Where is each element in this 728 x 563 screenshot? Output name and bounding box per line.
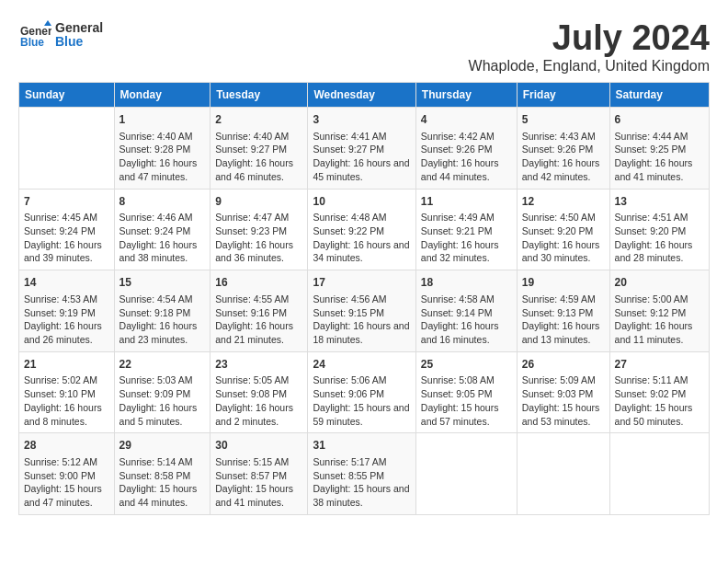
day-cell: 1Sunrise: 4:40 AMSunset: 9:28 PMDaylight…	[114, 108, 210, 190]
page-title: July 2024	[469, 18, 710, 58]
day-info: Sunrise: 4:41 AMSunset: 9:27 PMDaylight:…	[313, 130, 410, 184]
logo: General Blue General Blue	[18, 18, 103, 52]
day-number: 19	[522, 275, 605, 291]
day-cell: 28Sunrise: 5:12 AMSunset: 9:00 PMDayligh…	[19, 433, 115, 515]
day-cell: 11Sunrise: 4:49 AMSunset: 9:21 PMDayligh…	[415, 189, 517, 270]
day-number: 25	[421, 357, 512, 373]
day-cell: 16Sunrise: 4:55 AMSunset: 9:16 PMDayligh…	[210, 270, 308, 352]
day-info: Sunrise: 5:09 AMSunset: 9:03 PMDaylight:…	[522, 373, 605, 428]
day-cell: 5Sunrise: 4:43 AMSunset: 9:26 PMDaylight…	[517, 108, 609, 190]
day-number: 31	[313, 438, 410, 454]
day-info: Sunrise: 4:45 AMSunset: 9:24 PMDaylight:…	[24, 211, 109, 265]
day-number: 16	[215, 275, 302, 291]
day-info: Sunrise: 4:42 AMSunset: 9:26 PMDaylight:…	[421, 130, 512, 184]
day-number: 4	[421, 112, 512, 128]
day-cell: 14Sunrise: 4:53 AMSunset: 9:19 PMDayligh…	[19, 270, 115, 352]
page-subtitle: Whaplode, England, United Kingdom	[469, 58, 710, 75]
day-info: Sunrise: 4:43 AMSunset: 9:26 PMDaylight:…	[522, 130, 605, 184]
calendar-header: SundayMondayTuesdayWednesdayThursdayFrid…	[19, 83, 710, 108]
day-cell: 6Sunrise: 4:44 AMSunset: 9:25 PMDaylight…	[609, 108, 709, 190]
day-info: Sunrise: 5:11 AMSunset: 9:02 PMDaylight:…	[615, 373, 704, 428]
header-sunday: Sunday	[19, 83, 115, 108]
day-info: Sunrise: 5:12 AMSunset: 9:00 PMDaylight:…	[24, 455, 109, 510]
day-number: 9	[215, 194, 302, 210]
day-info: Sunrise: 4:46 AMSunset: 9:24 PMDaylight:…	[119, 211, 206, 265]
day-info: Sunrise: 5:02 AMSunset: 9:10 PMDaylight:…	[24, 373, 109, 428]
week-row-1: 1Sunrise: 4:40 AMSunset: 9:28 PMDaylight…	[19, 108, 710, 190]
page-header: General Blue General Blue July 2024 Whap…	[18, 18, 710, 75]
calendar-body: 1Sunrise: 4:40 AMSunset: 9:28 PMDaylight…	[19, 108, 710, 515]
week-row-4: 21Sunrise: 5:02 AMSunset: 9:10 PMDayligh…	[19, 351, 710, 433]
day-info: Sunrise: 5:08 AMSunset: 9:05 PMDaylight:…	[421, 373, 512, 428]
day-cell: 29Sunrise: 5:14 AMSunset: 8:58 PMDayligh…	[114, 433, 210, 515]
day-cell: 24Sunrise: 5:06 AMSunset: 9:06 PMDayligh…	[308, 351, 415, 433]
day-cell: 12Sunrise: 4:50 AMSunset: 9:20 PMDayligh…	[517, 189, 609, 270]
day-cell	[415, 433, 517, 515]
day-number: 20	[615, 275, 704, 291]
day-number: 23	[215, 357, 302, 373]
day-cell: 21Sunrise: 5:02 AMSunset: 9:10 PMDayligh…	[19, 351, 115, 433]
day-info: Sunrise: 4:59 AMSunset: 9:13 PMDaylight:…	[522, 293, 605, 347]
day-number: 24	[313, 357, 410, 373]
calendar-table: SundayMondayTuesdayWednesdayThursdayFrid…	[18, 82, 710, 515]
day-info: Sunrise: 4:48 AMSunset: 9:22 PMDaylight:…	[313, 211, 410, 265]
header-monday: Monday	[114, 83, 210, 108]
day-info: Sunrise: 5:17 AMSunset: 8:55 PMDaylight:…	[313, 455, 410, 510]
day-info: Sunrise: 4:56 AMSunset: 9:15 PMDaylight:…	[313, 293, 410, 347]
day-number: 5	[522, 112, 605, 128]
day-number: 8	[119, 194, 206, 210]
day-info: Sunrise: 5:03 AMSunset: 9:09 PMDaylight:…	[119, 373, 206, 428]
week-row-5: 28Sunrise: 5:12 AMSunset: 9:00 PMDayligh…	[19, 433, 710, 515]
day-number: 30	[215, 438, 302, 454]
day-cell: 22Sunrise: 5:03 AMSunset: 9:09 PMDayligh…	[114, 351, 210, 433]
day-number: 7	[24, 194, 109, 210]
day-cell: 26Sunrise: 5:09 AMSunset: 9:03 PMDayligh…	[517, 351, 609, 433]
header-thursday: Thursday	[415, 83, 517, 108]
logo-blue-text: Blue	[55, 35, 103, 49]
logo-text: General Blue	[55, 21, 103, 50]
day-number: 28	[24, 438, 109, 454]
day-info: Sunrise: 5:00 AMSunset: 9:12 PMDaylight:…	[615, 293, 704, 347]
header-friday: Friday	[517, 83, 609, 108]
day-info: Sunrise: 4:50 AMSunset: 9:20 PMDaylight:…	[522, 211, 605, 265]
day-number: 14	[24, 275, 109, 291]
day-number: 27	[615, 357, 704, 373]
day-number: 26	[522, 357, 605, 373]
day-number: 12	[522, 194, 605, 210]
day-info: Sunrise: 5:05 AMSunset: 9:08 PMDaylight:…	[215, 373, 302, 428]
svg-text:Blue: Blue	[20, 36, 44, 49]
day-cell: 19Sunrise: 4:59 AMSunset: 9:13 PMDayligh…	[517, 270, 609, 352]
week-row-2: 7Sunrise: 4:45 AMSunset: 9:24 PMDaylight…	[19, 189, 710, 270]
day-info: Sunrise: 4:40 AMSunset: 9:27 PMDaylight:…	[215, 130, 302, 184]
day-cell: 25Sunrise: 5:08 AMSunset: 9:05 PMDayligh…	[415, 351, 517, 433]
day-cell: 23Sunrise: 5:05 AMSunset: 9:08 PMDayligh…	[210, 351, 308, 433]
day-number: 15	[119, 275, 206, 291]
day-number: 18	[421, 275, 512, 291]
day-number: 10	[313, 194, 410, 210]
day-cell: 10Sunrise: 4:48 AMSunset: 9:22 PMDayligh…	[308, 189, 415, 270]
header-saturday: Saturday	[609, 83, 709, 108]
logo-general-text: General	[55, 21, 103, 35]
day-cell: 7Sunrise: 4:45 AMSunset: 9:24 PMDaylight…	[19, 189, 115, 270]
day-info: Sunrise: 4:54 AMSunset: 9:18 PMDaylight:…	[119, 293, 206, 347]
day-number: 11	[421, 194, 512, 210]
day-number: 1	[119, 112, 206, 128]
day-cell	[19, 108, 115, 190]
day-cell: 4Sunrise: 4:42 AMSunset: 9:26 PMDaylight…	[415, 108, 517, 190]
day-cell: 17Sunrise: 4:56 AMSunset: 9:15 PMDayligh…	[308, 270, 415, 352]
day-cell: 30Sunrise: 5:15 AMSunset: 8:57 PMDayligh…	[210, 433, 308, 515]
week-row-3: 14Sunrise: 4:53 AMSunset: 9:19 PMDayligh…	[19, 270, 710, 352]
day-info: Sunrise: 4:58 AMSunset: 9:14 PMDaylight:…	[421, 293, 512, 347]
day-cell	[609, 433, 709, 515]
day-number: 3	[313, 112, 410, 128]
day-cell: 20Sunrise: 5:00 AMSunset: 9:12 PMDayligh…	[609, 270, 709, 352]
day-info: Sunrise: 4:55 AMSunset: 9:16 PMDaylight:…	[215, 293, 302, 347]
day-info: Sunrise: 5:06 AMSunset: 9:06 PMDaylight:…	[313, 373, 410, 428]
day-number: 22	[119, 357, 206, 373]
day-info: Sunrise: 4:44 AMSunset: 9:25 PMDaylight:…	[615, 130, 704, 184]
day-number: 21	[24, 357, 109, 373]
day-info: Sunrise: 4:47 AMSunset: 9:23 PMDaylight:…	[215, 211, 302, 265]
day-info: Sunrise: 4:51 AMSunset: 9:20 PMDaylight:…	[615, 211, 704, 265]
day-cell: 13Sunrise: 4:51 AMSunset: 9:20 PMDayligh…	[609, 189, 709, 270]
day-cell: 15Sunrise: 4:54 AMSunset: 9:18 PMDayligh…	[114, 270, 210, 352]
